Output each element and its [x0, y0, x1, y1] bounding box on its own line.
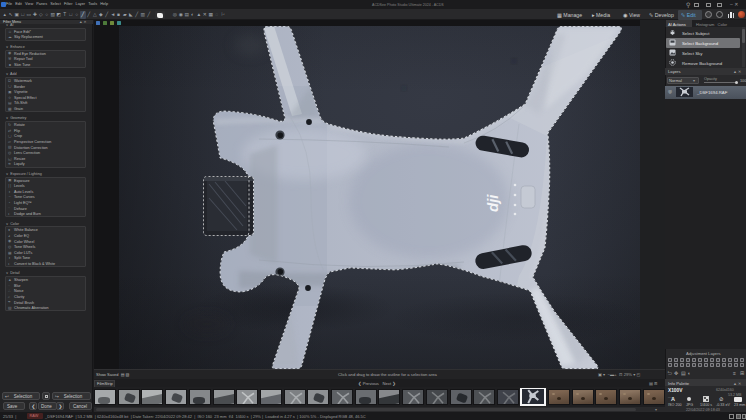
- svg-text:dji: dji: [484, 194, 501, 212]
